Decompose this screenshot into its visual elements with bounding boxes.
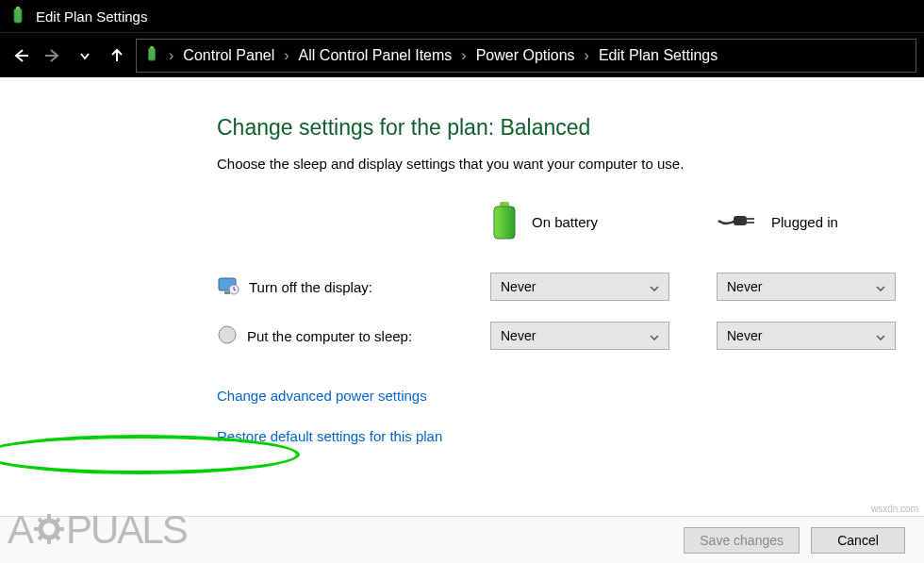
breadcrumb[interactable]: Control Panel [183, 47, 274, 64]
chevron-down-icon [650, 328, 659, 343]
nav-bar: › Control Panel › All Control Panel Item… [0, 32, 924, 77]
sleep-timeout-label: Put the computer to sleep: [247, 328, 412, 344]
breadcrumb[interactable]: All Control Panel Items [299, 47, 453, 64]
svg-line-18 [39, 519, 42, 522]
save-button[interactable]: Save changes [684, 527, 800, 554]
sleep-timeout-row: Put the computer to sleep: Never Never [217, 322, 924, 350]
sleep-plugged-select[interactable]: Never [717, 322, 896, 350]
chevron-right-icon[interactable]: › [284, 47, 289, 64]
svg-rect-7 [747, 218, 754, 220]
breadcrumb[interactable]: Power Options [476, 47, 575, 64]
plugged-in-header: Plugged in [717, 209, 896, 235]
on-battery-header: On battery [490, 200, 669, 244]
chevron-down-icon [876, 279, 885, 294]
svg-point-12 [219, 326, 236, 343]
svg-point-13 [41, 521, 58, 538]
watermark-logo: APUALS [8, 507, 187, 555]
svg-rect-3 [150, 46, 154, 49]
page-subheading: Choose the sleep and display settings th… [217, 156, 924, 172]
watermark-site: wsxdn.com [871, 504, 918, 514]
forward-button[interactable] [40, 42, 66, 69]
recent-dropdown[interactable] [72, 42, 98, 69]
page-heading: Change settings for the plan: Balanced [217, 115, 924, 141]
battery-icon [490, 200, 519, 244]
window-title: Edit Plan Settings [36, 8, 147, 25]
chevron-right-icon[interactable]: › [585, 47, 589, 64]
advanced-settings-link[interactable]: Change advanced power settings [217, 388, 427, 404]
battery-icon [9, 6, 26, 27]
svg-rect-5 [494, 207, 515, 239]
chevron-right-icon[interactable]: › [169, 47, 173, 64]
display-timeout-label: Turn off the display: [249, 279, 372, 295]
display-icon [217, 274, 239, 300]
breadcrumb[interactable]: Edit Plan Settings [599, 47, 718, 64]
plug-icon [717, 209, 758, 235]
svg-line-20 [39, 536, 42, 539]
up-button[interactable] [104, 42, 130, 69]
battery-icon [144, 45, 159, 66]
address-bar[interactable]: › Control Panel › All Control Panel Item… [136, 39, 916, 73]
svg-rect-0 [14, 8, 22, 23]
svg-rect-6 [734, 216, 747, 225]
chevron-right-icon[interactable]: › [461, 47, 466, 64]
sleep-battery-select[interactable]: Never [490, 322, 669, 350]
svg-rect-8 [747, 222, 754, 224]
svg-line-19 [56, 536, 59, 539]
column-headers: On battery Plugged in [217, 200, 924, 244]
moon-icon [217, 324, 238, 348]
chevron-down-icon [650, 279, 659, 294]
display-plugged-select[interactable]: Never [717, 273, 896, 301]
svg-line-21 [56, 519, 59, 522]
cancel-button[interactable]: Cancel [811, 527, 905, 554]
back-button[interactable] [8, 42, 34, 69]
display-battery-select[interactable]: Never [490, 273, 669, 301]
svg-rect-2 [148, 47, 155, 59]
svg-rect-1 [16, 7, 20, 9]
title-bar: Edit Plan Settings [0, 0, 924, 32]
display-timeout-row: Turn off the display: Never Never [217, 273, 924, 301]
chevron-down-icon [876, 328, 885, 343]
content-area: Change settings for the plan: Balanced C… [0, 77, 924, 469]
